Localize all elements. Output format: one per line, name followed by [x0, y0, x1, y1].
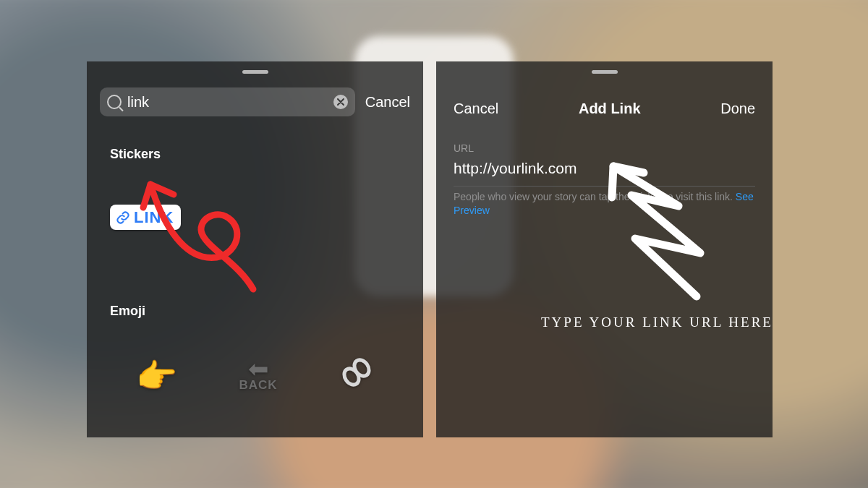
emoji-chain[interactable] [339, 355, 374, 397]
add-link-header: Cancel Add Link Done [436, 96, 773, 121]
url-help-text: People who view your story can tap the s… [454, 190, 755, 218]
grabber-icon[interactable] [242, 70, 268, 74]
link-icon [116, 210, 130, 225]
add-link-panel: Cancel Add Link Done URL People who view… [436, 61, 773, 437]
annotation-caption: TYPE YOUR LINK URL HERE [541, 314, 773, 330]
search-input[interactable] [126, 93, 329, 111]
grabber-icon[interactable] [592, 70, 618, 74]
cancel-button[interactable]: Cancel [365, 94, 410, 111]
link-sticker-label: LINK [134, 208, 174, 227]
emoji-back-label: BACK [239, 378, 277, 393]
url-label: URL [454, 142, 474, 154]
url-input[interactable] [454, 157, 755, 187]
emoji-point-right[interactable]: 👉 [136, 356, 177, 395]
link-sticker[interactable]: LINK [110, 205, 181, 230]
add-link-title: Add Link [579, 100, 641, 117]
section-stickers-label: Stickers [110, 147, 161, 162]
svg-point-1 [352, 357, 373, 379]
emoji-back[interactable]: ⬅ BACK [239, 359, 277, 392]
emoji-row: 👉 ⬅ BACK [87, 351, 423, 401]
clear-icon[interactable] [333, 95, 348, 109]
search-box[interactable] [100, 87, 355, 116]
url-help-prefix: People who view your story can tap the s… [454, 191, 736, 202]
sticker-search-panel: Cancel Stickers LINK Emoji 👉 ⬅ BACK [87, 61, 423, 437]
back-arrow-icon: ⬅ [248, 359, 268, 379]
section-emoji-label: Emoji [110, 304, 145, 319]
search-row: Cancel [100, 87, 410, 116]
cancel-button[interactable]: Cancel [454, 100, 498, 117]
done-button[interactable]: Done [720, 100, 755, 117]
search-icon [107, 95, 122, 109]
svg-point-0 [341, 366, 362, 388]
